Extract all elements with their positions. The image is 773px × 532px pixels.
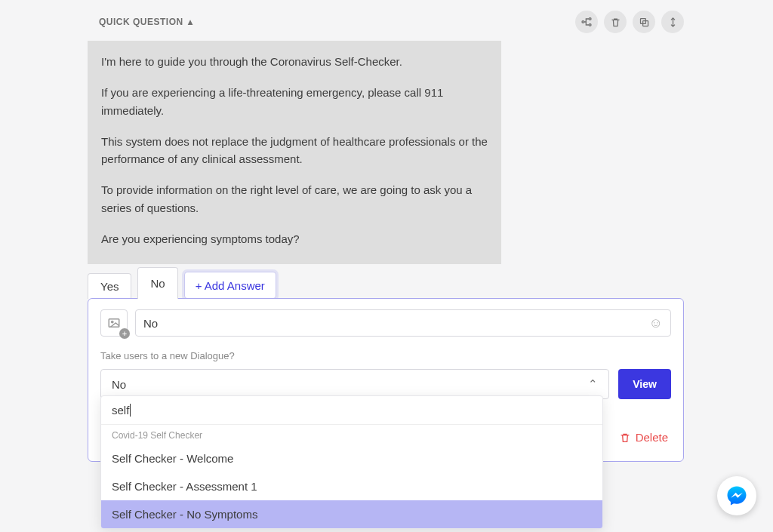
dropdown-option[interactable]: Self Checker - No Symptoms	[101, 500, 602, 528]
message-paragraph: This system does not replace the judgmen…	[101, 133, 488, 168]
message-paragraph: If you are experiencing a life-threateni…	[101, 84, 488, 119]
question-message[interactable]: I'm here to guide you through the Corona…	[88, 41, 501, 264]
messenger-fab[interactable]	[717, 476, 756, 515]
message-paragraph: Are you experiencing symptoms today?	[101, 230, 488, 248]
dropdown-group-label: Covid-19 Self Checker	[101, 425, 602, 444]
section-title-label: QUICK QUESTION	[99, 17, 183, 27]
message-paragraph: To provide information on the right leve…	[101, 181, 488, 217]
messenger-icon	[725, 484, 748, 507]
dialogue-label: Take users to a new Dialogue?	[100, 350, 671, 361]
svg-point-6	[112, 321, 113, 322]
chevron-up-icon: ▴	[188, 17, 193, 27]
emoji-icon[interactable]: ☺	[649, 315, 663, 331]
chevron-up-icon: ⌃	[588, 377, 598, 391]
answer-tabs: Yes No + Add Answer	[88, 267, 684, 299]
tab-no[interactable]: No	[137, 267, 177, 299]
dialogue-selected-value: No	[112, 378, 126, 391]
add-image-button[interactable]: +	[100, 309, 128, 337]
image-icon	[107, 316, 121, 330]
svg-point-0	[582, 21, 584, 23]
tab-label: No	[150, 277, 165, 290]
section-title[interactable]: QUICK QUESTION ▴	[88, 17, 192, 27]
block-toolbar	[575, 11, 684, 33]
move-icon[interactable]	[661, 11, 684, 33]
svg-point-2	[589, 24, 591, 26]
delete-label: Delete	[636, 431, 668, 444]
delete-button[interactable]: Delete	[619, 431, 668, 444]
svg-point-1	[589, 18, 591, 20]
dropdown-option[interactable]: Self Checker - Welcome	[101, 444, 602, 472]
dropdown-search-value: self	[112, 404, 129, 417]
answer-text-value: No	[143, 317, 158, 330]
tab-yes[interactable]: Yes	[88, 273, 131, 299]
answer-text-input[interactable]: No ☺	[135, 309, 671, 337]
view-button[interactable]: View	[618, 369, 671, 399]
svg-rect-5	[109, 319, 119, 328]
add-answer-button[interactable]: + Add Answer	[184, 272, 276, 299]
dropdown-option-label: Self Checker - Welcome	[112, 452, 233, 465]
dropdown-option-label: Self Checker - Assessment 1	[112, 480, 257, 493]
answer-panel: + No ☺ Take users to a new Dialogue? No …	[88, 298, 684, 462]
dialogue-select[interactable]: No ⌃	[100, 369, 609, 399]
dropdown-option[interactable]: Self Checker - Assessment 1	[101, 472, 602, 500]
dialogue-dropdown: self Covid-19 Self Checker Self Checker …	[100, 395, 603, 529]
message-paragraph: I'm here to guide you through the Corona…	[101, 53, 488, 70]
dropdown-search-input[interactable]: self	[101, 396, 602, 425]
flow-icon[interactable]	[575, 11, 598, 33]
tab-label: Yes	[100, 280, 119, 293]
text-caret	[130, 404, 131, 417]
block-header: QUICK QUESTION ▴	[88, 11, 684, 33]
trash-icon	[619, 432, 631, 444]
copy-icon[interactable]	[633, 11, 655, 33]
trash-icon[interactable]	[604, 11, 627, 33]
plus-icon: +	[119, 328, 130, 339]
add-answer-label: + Add Answer	[196, 279, 265, 292]
view-button-label: View	[633, 378, 657, 390]
dropdown-option-label: Self Checker - No Symptoms	[112, 508, 257, 521]
